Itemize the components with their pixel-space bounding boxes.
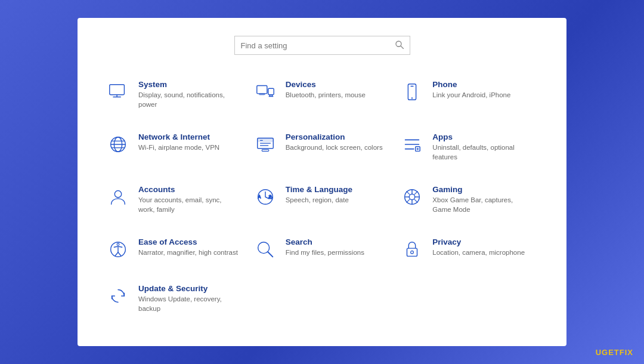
privacy-title: Privacy [432,237,525,246]
easeofaccess-title: Ease of Access [138,237,238,246]
phone-icon [400,80,424,104]
time-title: Time & Language [286,185,352,194]
setting-item-gaming[interactable]: GamingXbox Game Bar, captures, Game Mode [395,177,543,229]
setting-item-search[interactable]: SearchFind my files, permissions [249,229,396,276]
svg-rect-7 [268,88,273,94]
svg-point-51 [411,251,414,254]
svg-line-41 [414,191,418,195]
setting-item-apps[interactable]: AppsUninstall, defaults, optional featur… [395,124,543,177]
system-desc: Display, sound, notifications, power [138,90,239,109]
svg-line-42 [407,199,410,202]
update-text: Update & SecurityWindows Update, recover… [138,284,239,313]
update-desc: Windows Update, recovery, backup [138,294,239,313]
easeofaccess-desc: Narrator, magnifier, high contrast [138,248,238,257]
svg-point-44 [117,243,119,245]
apps-icon [400,132,424,156]
network-icon [106,132,130,156]
svg-rect-5 [256,86,267,94]
svg-rect-50 [407,248,417,256]
network-title: Network & Internet [138,132,219,141]
svg-line-40 [414,199,418,202]
svg-line-39 [407,191,410,195]
phone-title: Phone [432,80,510,89]
accounts-text: AccountsYour accounts, email, sync, work… [138,185,239,214]
phone-desc: Link your Android, iPhone [432,90,510,100]
setting-item-system[interactable]: SystemDisplay, sound, notifications, pow… [101,72,249,124]
search-desc: Find my files, permissions [286,248,364,257]
gaming-title: Gaming [432,185,533,194]
svg-line-46 [115,252,118,255]
devices-desc: Bluetooth, printers, mouse [286,90,366,100]
network-text: Network & InternetWi-Fi, airplane mode, … [138,132,219,152]
setting-item-privacy[interactable]: PrivacyLocation, camera, microphone [395,229,543,276]
settings-window: SystemDisplay, sound, notifications, pow… [78,18,566,346]
easeofaccess-icon [106,237,130,261]
gaming-icon [400,185,424,209]
update-title: Update & Security [138,284,239,293]
apps-desc: Uninstall, defaults, optional features [432,143,533,162]
svg-rect-22 [262,149,268,151]
system-text: SystemDisplay, sound, notifications, pow… [138,80,239,109]
svg-point-13 [411,97,413,98]
privacy-desc: Location, camera, microphone [432,248,525,257]
network-desc: Wi-Fi, airplane mode, VPN [138,143,219,152]
system-title: System [138,80,239,89]
svg-text:A: A [258,195,261,199]
apps-text: AppsUninstall, defaults, optional featur… [432,132,533,162]
search-input[interactable] [241,41,395,50]
devices-icon [253,80,277,104]
setting-item-easeofaccess[interactable]: Ease of AccessNarrator, magnifier, high … [101,229,249,276]
time-icon: A あ [253,185,277,209]
svg-text:あ: あ [268,195,272,199]
easeofaccess-text: Ease of AccessNarrator, magnifier, high … [138,237,238,257]
privacy-icon [400,237,424,261]
setting-item-network[interactable]: Network & InternetWi-Fi, airplane mode, … [101,124,249,177]
svg-line-49 [268,252,273,257]
accounts-title: Accounts [138,185,239,194]
search-title: Search [286,237,364,246]
setting-item-time[interactable]: A あ Time & LanguageSpeech, region, date [249,177,396,229]
svg-rect-6 [259,94,264,95]
gaming-desc: Xbox Game Bar, captures, Game Mode [432,195,533,214]
apps-title: Apps [432,132,533,141]
personalization-desc: Background, lock screen, colors [286,143,383,152]
svg-line-1 [401,46,404,49]
personalization-text: PersonalizationBackground, lock screen, … [286,132,383,152]
phone-text: PhoneLink your Android, iPhone [432,80,510,100]
time-desc: Speech, region, date [286,195,352,205]
svg-point-34 [410,194,415,199]
system-icon [106,80,130,104]
search-icon [253,237,277,261]
time-text: Time & LanguageSpeech, region, date [286,185,352,205]
personalization-title: Personalization [286,132,383,141]
setting-item-phone[interactable]: PhoneLink your Android, iPhone [395,72,543,124]
search-icon [395,41,404,51]
setting-item-personalization[interactable]: PersonalizationBackground, lock screen, … [249,124,396,177]
svg-line-47 [118,252,121,255]
devices-text: DevicesBluetooth, printers, mouse [286,80,366,100]
update-icon [106,284,130,308]
devices-title: Devices [286,80,366,89]
watermark: UGETFIX [596,348,633,357]
privacy-text: PrivacyLocation, camera, microphone [432,237,525,257]
accounts-desc: Your accounts, email, sync, work, family [138,195,239,214]
settings-grid: SystemDisplay, sound, notifications, pow… [101,72,543,328]
search-bar[interactable] [234,36,410,55]
setting-item-update[interactable]: Update & SecurityWindows Update, recover… [101,276,249,328]
personalization-icon [253,132,277,156]
svg-point-29 [114,190,121,197]
svg-rect-2 [110,85,125,95]
search-text: SearchFind my files, permissions [286,237,364,257]
setting-item-devices[interactable]: DevicesBluetooth, printers, mouse [249,72,396,124]
gaming-text: GamingXbox Game Bar, captures, Game Mode [432,185,533,214]
svg-rect-20 [257,138,273,141]
watermark-text: UGETFIX [596,348,633,357]
setting-item-accounts[interactable]: AccountsYour accounts, email, sync, work… [101,177,249,229]
accounts-icon [106,185,130,209]
